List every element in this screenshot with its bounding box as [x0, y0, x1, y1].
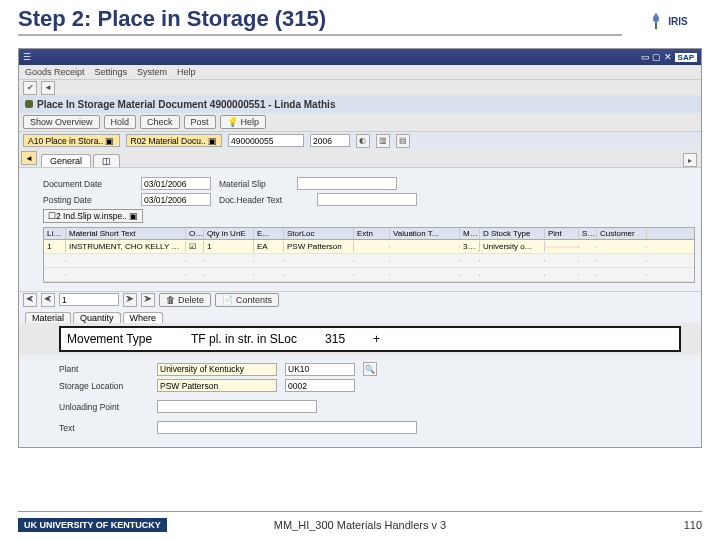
iris-logo: IRIS — [632, 7, 702, 35]
doc-number-field[interactable]: 490000055 — [228, 134, 304, 147]
label-doc-date: Document Date — [43, 179, 133, 189]
refdoc-selector[interactable]: R02 Material Docu.. ▣ — [126, 134, 222, 147]
col-ext[interactable]: Extn — [354, 228, 390, 239]
plnt-cell[interactable] — [545, 246, 579, 248]
table-row[interactable]: 1 INSTRUMENT, CHO KELLY 5 1/2 ☑ 1 EA PSW… — [44, 240, 694, 254]
sloc-code-field[interactable]: 0002 — [285, 379, 355, 392]
label-header-text: Doc.Header Text — [219, 195, 309, 205]
col-line[interactable]: Line — [44, 228, 66, 239]
label-storage-location: Storage Location — [59, 381, 149, 391]
movement-type-code: 315 — [321, 332, 349, 346]
movement-type-callout: Movement Type TF pl. in str. in SLoc 315… — [59, 326, 681, 352]
tab-quantity[interactable]: Quantity — [73, 312, 121, 323]
hold-button[interactable]: Hold — [104, 115, 137, 129]
check-button[interactable]: Check — [140, 115, 180, 129]
tab-material[interactable]: Material — [25, 312, 71, 323]
tab-vendor[interactable]: ◫ — [93, 154, 120, 167]
window-icon: ☰ — [23, 52, 31, 62]
movement-type-sign: + — [373, 332, 380, 346]
help-button[interactable]: 💡Help — [220, 115, 267, 129]
menu-system[interactable]: System — [137, 67, 167, 77]
doc-bullet-icon — [25, 100, 33, 108]
delete-button[interactable]: 🗑Delete — [159, 293, 211, 307]
next-page-icon[interactable]: ⮞ — [123, 293, 137, 307]
sap-titlebar: ☰ ▭ ▢ ✕ SAP — [19, 49, 701, 65]
prev-page-icon[interactable]: ⮜ — [41, 293, 55, 307]
grid-icon[interactable]: ▤ — [396, 134, 410, 148]
collapse-header-icon[interactable]: ◄ — [21, 151, 37, 165]
menubar[interactable]: Goods Receipt Settings System Help — [19, 65, 701, 79]
label-plant: Plant — [59, 364, 149, 374]
col-material[interactable]: Material Short Text — [66, 228, 186, 239]
doc-year-field[interactable]: 2006 — [310, 134, 350, 147]
table-row[interactable] — [44, 254, 694, 268]
last-page-icon[interactable]: ⮞ — [141, 293, 155, 307]
col-sloc[interactable]: StorLoc — [284, 228, 354, 239]
show-overview-button[interactable]: Show Overview — [23, 115, 100, 129]
table-row[interactable] — [44, 268, 694, 282]
window-controls[interactable]: ▭ ▢ ✕ — [641, 52, 672, 62]
movement-type-desc: TF pl. in str. in SLoc — [191, 332, 297, 346]
menu-settings[interactable]: Settings — [95, 67, 128, 77]
ind-slip-button[interactable]: ☐ 2 Ind.Slip w.inspe.. ▣ — [43, 209, 143, 223]
label-movement-type: Movement Type — [67, 332, 167, 346]
item-ok-checkbox[interactable]: ☑ — [186, 241, 204, 252]
back-icon[interactable]: ◄ — [41, 81, 55, 95]
items-grid[interactable]: Line Material Short Text OK Qty in UnE E… — [43, 227, 695, 283]
tab-general[interactable]: General — [41, 154, 91, 167]
mat-slip-field[interactable] — [297, 177, 397, 190]
label-posting-date: Posting Date — [43, 195, 133, 205]
sap-badge: SAP — [675, 53, 697, 62]
sloc-text-field[interactable]: PSW Patterson — [157, 379, 277, 392]
col-plnt[interactable]: Plnt — [545, 228, 579, 239]
label-mat-slip: Material Slip — [219, 179, 289, 189]
col-qty[interactable]: Qty in UnE — [204, 228, 254, 239]
sap-window: ☰ ▭ ▢ ✕ SAP Goods Receipt Settings Syste… — [18, 48, 702, 448]
first-page-icon[interactable]: ⮜ — [23, 293, 37, 307]
document-title: Place In Storage Material Document 49000… — [37, 99, 335, 110]
exec-icon[interactable]: ◐ — [356, 134, 370, 148]
posting-date-field[interactable]: 03/01/2006 — [141, 193, 211, 206]
line-entry-input[interactable]: 1 — [59, 293, 119, 306]
post-button[interactable]: Post — [184, 115, 216, 129]
doc-date-field[interactable]: 03/01/2006 — [141, 177, 211, 190]
footer-divider — [18, 511, 702, 512]
ok-icon[interactable]: ✔ — [23, 81, 37, 95]
col-m[interactable]: M... — [460, 228, 480, 239]
item-text-field[interactable] — [157, 421, 417, 434]
tab-where[interactable]: Where — [123, 312, 164, 323]
footer-center-text: MM_HI_300 Materials Handlers v 3 — [18, 519, 702, 531]
col-ok[interactable]: OK — [186, 228, 204, 239]
menu-goods-receipt[interactable]: Goods Receipt — [25, 67, 85, 77]
plant-code-field[interactable]: UK10 — [285, 363, 355, 376]
unloading-point-field[interactable] — [157, 400, 317, 413]
plant-text-field[interactable]: University of Kentucky — [157, 363, 277, 376]
tab-scroll-icon[interactable]: ▸ — [683, 153, 697, 167]
layout-icon[interactable]: ▥ — [376, 134, 390, 148]
col-s[interactable]: S... — [579, 228, 597, 239]
std-toolbar[interactable]: ✔ ◄ — [19, 79, 701, 95]
col-e[interactable]: E... — [254, 228, 284, 239]
slide-title: Step 2: Place in Storage (315) — [18, 6, 622, 36]
col-stock[interactable]: D Stock Type — [480, 228, 545, 239]
menu-help[interactable]: Help — [177, 67, 196, 77]
contents-button[interactable]: 📄Contents — [215, 293, 279, 307]
header-text-field[interactable] — [317, 193, 417, 206]
plant-search-icon[interactable]: 🔍 — [363, 362, 377, 376]
col-val[interactable]: Valuation T... — [390, 228, 460, 239]
label-text: Text — [59, 423, 149, 433]
col-cust[interactable]: Customer — [597, 228, 647, 239]
label-unloading-point: Unloading Point — [59, 402, 149, 412]
mv-type-selector[interactable]: A10 Place in Stora.. ▣ — [23, 134, 120, 147]
